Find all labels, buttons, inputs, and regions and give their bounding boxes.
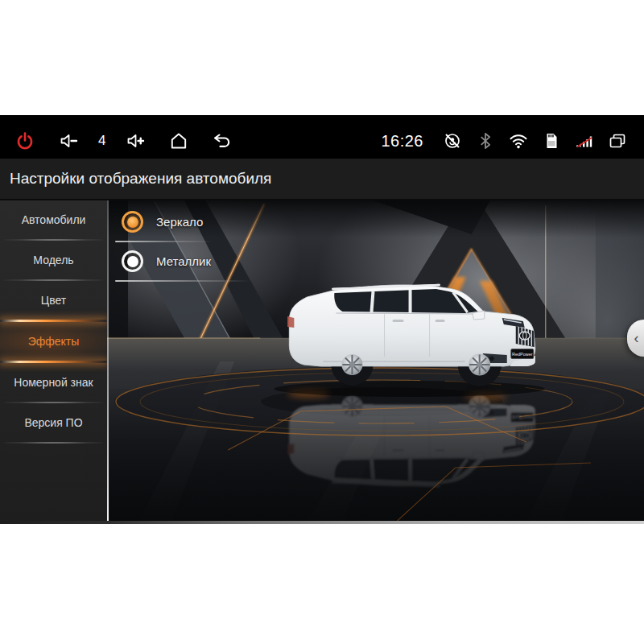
sidebar-divider: [4, 442, 103, 444]
sd-card-icon: [541, 130, 562, 151]
mic-off-icon: [442, 130, 463, 151]
sidebar-item-label: Цвет: [41, 294, 66, 307]
sidebar-item-color[interactable]: Цвет: [0, 281, 107, 320]
option-label: Металлик: [156, 254, 211, 268]
back-icon[interactable]: [212, 130, 233, 151]
volume-level: 4: [98, 133, 105, 149]
head-unit-screen: 4 16:26: [0, 115, 644, 524]
home-icon[interactable]: [168, 130, 189, 151]
option-divider: [115, 280, 275, 282]
option-mirror[interactable]: Зеркало: [115, 203, 324, 241]
sidebar-item-model[interactable]: Модель: [0, 241, 107, 279]
sidebar-item-label: Автомобили: [22, 213, 86, 226]
sidebar-scene-divider: [107, 200, 109, 521]
radio-selected-icon[interactable]: [122, 211, 143, 233]
option-metallic[interactable]: Металлик: [115, 242, 324, 280]
effects-options: Зеркало Металлик: [115, 203, 324, 282]
car-preview-scene: RedPower: [107, 200, 644, 521]
option-label: Зеркало: [156, 215, 203, 229]
bluetooth-icon: [475, 130, 496, 151]
recent-apps-icon[interactable]: [607, 130, 628, 151]
sidebar-item-license-plate[interactable]: Номерной знак: [0, 363, 107, 402]
chevron-left-icon: ‹: [634, 331, 639, 345]
content: Автомобили Модель Цвет Эффекты Номерной …: [0, 199, 644, 521]
sidebar-item-label: Эффекты: [28, 335, 80, 348]
sidebar-item-cars[interactable]: Автомобили: [0, 200, 107, 239]
sidebar-item-label: Модель: [33, 254, 73, 266]
page-title: Настройки отображения автомобиля: [10, 170, 271, 188]
title-bar: Настройки отображения автомобиля: [0, 159, 644, 199]
no-signal-icon: [574, 130, 595, 151]
sidebar-item-software-version[interactable]: Версия ПО: [0, 403, 107, 442]
sidebar: Автомобили Модель Цвет Эффекты Номерной …: [0, 200, 107, 521]
screen-bottom-edge: [0, 521, 644, 524]
sidebar-item-label: Номерной знак: [14, 376, 93, 389]
sidebar-item-label: Версия ПО: [24, 416, 82, 429]
power-icon[interactable]: [14, 130, 35, 151]
status-bar: 4 16:26: [0, 115, 644, 159]
wifi-icon: [508, 130, 529, 151]
volume-down-icon[interactable]: [58, 130, 79, 151]
radio-unselected-icon[interactable]: [122, 250, 143, 272]
sidebar-item-effects[interactable]: Эффекты: [0, 322, 107, 361]
volume-up-icon[interactable]: [125, 130, 146, 151]
clock: 16:26: [381, 132, 423, 151]
